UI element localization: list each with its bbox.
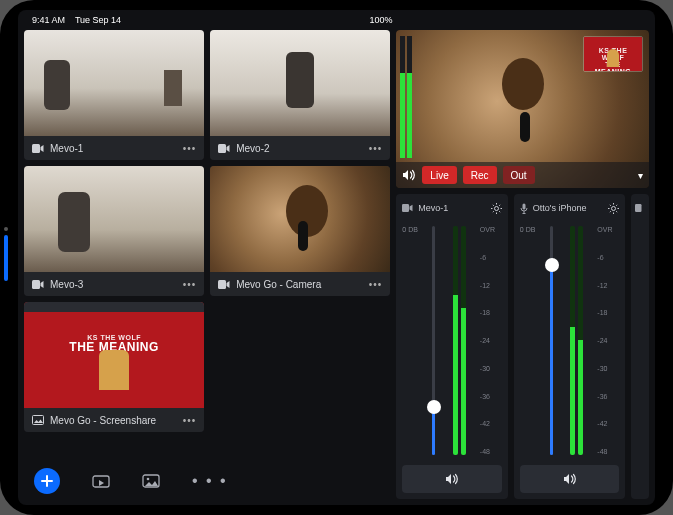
source-tile[interactable]: Mevo-1 ••• xyxy=(24,30,204,160)
overlay-graphic: KS THE WOLFTHE MEANING xyxy=(583,36,643,72)
audio-channel: Mevo-1 0 DB xyxy=(396,194,508,499)
chevron-down-icon[interactable]: ▾ xyxy=(638,170,643,181)
source-thumbnail: KS THE WOLFTHE MEANING xyxy=(24,302,204,408)
graphics-icon[interactable] xyxy=(142,474,160,488)
status-time-date: 9:41 AM Tue Sep 14 xyxy=(32,15,121,25)
status-bar: 9:41 AM Tue Sep 14 100% xyxy=(18,10,655,30)
source-label: Mevo-3 xyxy=(50,279,177,290)
video-camera-icon xyxy=(218,144,230,153)
svg-point-14 xyxy=(612,206,616,210)
program-panel: KS THE WOLFTHE MEANING Live Rec Out ▾ xyxy=(396,30,649,499)
svg-rect-15 xyxy=(635,204,642,212)
channel-name: Otto's iPhone xyxy=(533,203,604,213)
db-scale: OVR -6 -12 -18 -24 -30 -36 -42 -48 xyxy=(597,222,619,459)
gear-icon[interactable] xyxy=(608,203,619,214)
program-control-row: Live Rec Out ▾ xyxy=(396,162,649,188)
app-screen: 9:41 AM Tue Sep 14 100% xyxy=(18,10,655,505)
source-tile[interactable]: Mevo-3 ••• xyxy=(24,166,204,296)
sources-panel: Mevo-1 ••• Mevo-2 ••• xyxy=(24,30,390,499)
fader-knob[interactable] xyxy=(427,400,441,414)
monitor-button[interactable] xyxy=(402,465,502,493)
channel-name: Mevo-1 xyxy=(418,203,486,213)
speaker-icon xyxy=(445,473,459,485)
source-label: Mevo-2 xyxy=(236,143,363,154)
svg-rect-4 xyxy=(218,144,226,153)
audio-channel: Otto's iPhone 0 DB xyxy=(514,194,626,499)
source-label: Mevo-1 xyxy=(50,143,177,154)
db-scale: OVR -6 -12 -18 -24 -30 -36 -42 -48 xyxy=(480,222,502,459)
media-library-icon[interactable] xyxy=(92,474,110,488)
svg-rect-7 xyxy=(33,416,44,425)
svg-rect-13 xyxy=(522,203,525,209)
program-monitor[interactable]: KS THE WOLFTHE MEANING Live Rec Out ▾ xyxy=(396,30,649,188)
live-button[interactable]: Live xyxy=(422,166,456,184)
source-thumbnail xyxy=(210,166,390,272)
add-source-button[interactable] xyxy=(34,468,60,494)
output-button[interactable]: Out xyxy=(503,166,535,184)
video-camera-icon xyxy=(32,280,44,289)
speaker-icon xyxy=(563,473,577,485)
record-button[interactable]: Rec xyxy=(463,166,497,184)
more-icon[interactable]: ••• xyxy=(369,279,383,290)
svg-rect-11 xyxy=(402,204,409,212)
level-meter xyxy=(461,226,466,455)
source-thumbnail xyxy=(210,30,390,136)
source-tile[interactable]: Mevo-2 ••• xyxy=(210,30,390,160)
fader-knob[interactable] xyxy=(545,258,559,272)
level-meter xyxy=(570,226,575,455)
source-thumbnail xyxy=(24,166,204,272)
source-label: Mevo Go - Camera xyxy=(236,279,363,290)
svg-point-10 xyxy=(147,478,150,481)
level-meter xyxy=(453,226,458,455)
main-content: Mevo-1 ••• Mevo-2 ••• xyxy=(18,30,655,505)
video-camera-icon xyxy=(32,144,44,153)
svg-point-12 xyxy=(494,206,498,210)
more-icon[interactable]: ••• xyxy=(369,143,383,154)
more-icon[interactable]: ••• xyxy=(183,279,197,290)
source-tile[interactable]: Mevo Go - Camera ••• xyxy=(210,166,390,296)
audio-mixer-row: Mevo-1 0 DB xyxy=(396,194,649,499)
program-vu-meter xyxy=(400,36,412,158)
status-date: Tue Sep 14 xyxy=(75,15,121,25)
side-indicator xyxy=(4,235,8,281)
level-meter xyxy=(578,226,583,455)
source-thumbnail xyxy=(24,30,204,136)
microphone-icon xyxy=(520,203,528,214)
audio-channel-overflow[interactable] xyxy=(631,194,649,499)
svg-rect-5 xyxy=(32,280,40,289)
more-icon[interactable]: ••• xyxy=(183,415,197,426)
status-time: 9:41 AM xyxy=(32,15,65,25)
image-icon xyxy=(32,415,44,425)
source-label: Mevo Go - Screenshare xyxy=(50,415,177,426)
video-camera-icon xyxy=(635,204,645,212)
monitor-button[interactable] xyxy=(520,465,620,493)
ipad-frame: 9:41 AM Tue Sep 14 100% xyxy=(0,0,673,515)
speaker-icon[interactable] xyxy=(402,169,416,181)
more-icon[interactable]: ••• xyxy=(183,143,197,154)
status-battery: 100% xyxy=(370,15,393,25)
overflow-icon[interactable]: • • • xyxy=(192,472,228,490)
sources-grid: Mevo-1 ••• Mevo-2 ••• xyxy=(24,30,390,463)
video-camera-icon xyxy=(218,280,230,289)
video-camera-icon xyxy=(402,204,413,212)
fader-track[interactable] xyxy=(424,222,480,459)
svg-rect-3 xyxy=(32,144,40,153)
bottom-toolbar: • • • xyxy=(24,463,390,499)
fader-track[interactable] xyxy=(542,222,598,459)
source-tile[interactable]: KS THE WOLFTHE MEANING Mevo Go - Screens… xyxy=(24,302,204,432)
gear-icon[interactable] xyxy=(491,203,502,214)
svg-rect-6 xyxy=(218,280,226,289)
